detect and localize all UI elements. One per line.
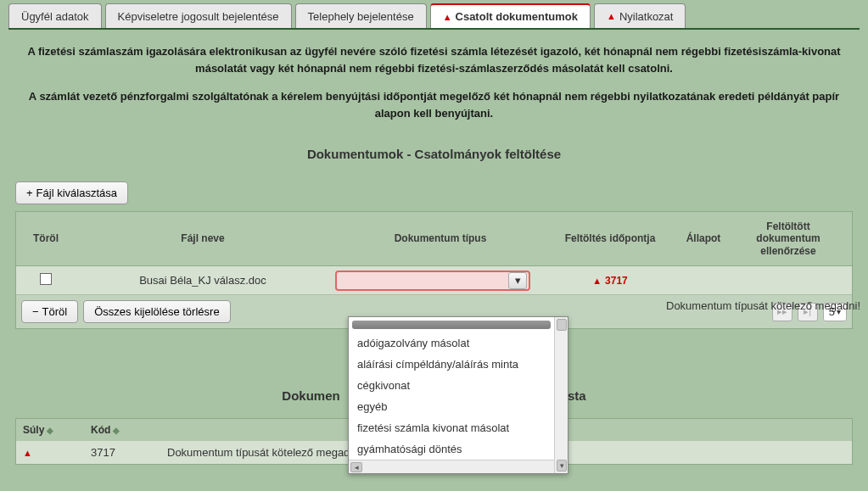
warning-icon: ▲ (23, 448, 32, 458)
tab-label: Nyilatkozat (619, 10, 674, 23)
tab-kepviseletre[interactable]: Képviseletre jogosult bejelentése (105, 3, 292, 28)
row-delete-checkbox[interactable] (40, 273, 52, 285)
doctype-select[interactable]: ▾ (335, 271, 530, 291)
plus-icon: + (26, 187, 33, 199)
tab-csatolt-dokumentumok[interactable]: ▲ Csatolt dokumentumok (430, 3, 591, 28)
tab-label: Képviseletre jogosult bejelentése (118, 10, 279, 23)
col-header-kod[interactable]: Kód ◆ (84, 419, 160, 441)
cell-kod: 3717 (84, 441, 160, 464)
scroll-left-icon[interactable]: ◂ (350, 462, 362, 472)
intro-text: A fizetési számlaszám igazolására elektr… (15, 43, 853, 121)
doctype-dropdown-panel: adóigazolvány másolat aláírási címpéldán… (348, 316, 568, 474)
row-alert-badge: ▲ 3717 (592, 275, 628, 287)
table-row: Busai Béla_KJ válasz.doc ▾ ▲ 3717 (16, 266, 852, 295)
col-header-check: Feltöltött dokumentum ellenőrzése (737, 212, 839, 265)
clear-all-button[interactable]: Összes kijelölése törlésre (83, 300, 230, 323)
cell-filename: Busai Béla_KJ válasz.doc (76, 271, 330, 290)
tab-telephely[interactable]: Telephely bejelentése (295, 3, 427, 28)
scroll-down-icon[interactable]: ▾ (557, 460, 567, 471)
col-header-status: Állapot (669, 224, 737, 253)
title-fragment-left: Dokumen (282, 388, 339, 403)
dropdown-v-scrollbar[interactable]: ▾ (554, 317, 568, 473)
dropdown-h-scrollbar[interactable]: ◂ ▸ (349, 460, 568, 473)
tab-nyilatkozat[interactable]: ▲ Nyilatkozat (594, 3, 686, 28)
doctype-option[interactable]: fizetési számla kivonat másolat (349, 417, 554, 438)
col-header-delete: Töröl (16, 224, 76, 253)
doctype-option[interactable]: gyámhatósági döntés (349, 438, 554, 460)
title-fragment-right: sta (568, 388, 586, 403)
alert-code: 3717 (605, 275, 628, 287)
button-label: Fájl kiválasztása (36, 187, 117, 199)
sort-icon: ◆ (113, 426, 120, 435)
warning-icon: ▲ (592, 276, 602, 286)
row-error-message: Dokumentum típusát kötelező megadni! (666, 299, 860, 312)
col-header-suly[interactable]: Súly ◆ (16, 419, 84, 441)
warning-icon: ▲ (607, 11, 616, 21)
col-header-uploadtime: Feltöltés időpontja (551, 224, 669, 253)
tab-label: Ügyfél adatok (21, 10, 89, 23)
button-label: Összes kijelölése törlésre (94, 305, 219, 318)
doctype-select-display[interactable]: ▾ (335, 271, 530, 291)
doctype-option[interactable]: adóigazolvány másolat (349, 332, 554, 354)
col-header-doctype: Dokumentum típus (330, 224, 551, 253)
tab-label: Csatolt dokumentumok (456, 10, 578, 23)
sort-icon: ◆ (47, 426, 53, 435)
intro-paragraph-2: A számlát vezető pénzforgalmi szolgáltat… (15, 88, 853, 121)
tab-bar: Ügyfél adatok Képviseletre jogosult beje… (8, 0, 860, 28)
chevron-down-icon[interactable]: ▾ (508, 272, 527, 289)
minus-icon: − (32, 305, 39, 318)
tab-ugyfel-adatok[interactable]: Ügyfél adatok (8, 3, 102, 28)
tab-label: Telephely bejelentése (308, 10, 414, 23)
table-header-row: Töröl Fájl neve Dokumentum típus Feltölt… (16, 212, 852, 266)
doctype-option-list: adóigazolvány másolat aláírási címpéldán… (349, 321, 554, 460)
section-title-uploads: Dokumentumok - Csatolmányok feltöltése (15, 147, 853, 161)
intro-paragraph-1: A fizetési számlaszám igazolására elektr… (15, 43, 853, 76)
file-select-button[interactable]: + Fájl kiválasztása (15, 181, 128, 204)
doctype-option[interactable]: cégkivonat (349, 375, 554, 396)
warning-icon: ▲ (443, 12, 452, 22)
delete-button[interactable]: − Töröl (21, 300, 78, 323)
doctype-option[interactable]: aláírási címpéldány/aláírás minta (349, 354, 554, 375)
doctype-option[interactable]: egyéb (349, 396, 554, 417)
scroll-thumb[interactable] (557, 319, 567, 331)
doctype-option-blank[interactable] (352, 321, 551, 329)
col-header-filename: Fájl neve (76, 224, 330, 253)
button-label: Töröl (42, 305, 68, 318)
